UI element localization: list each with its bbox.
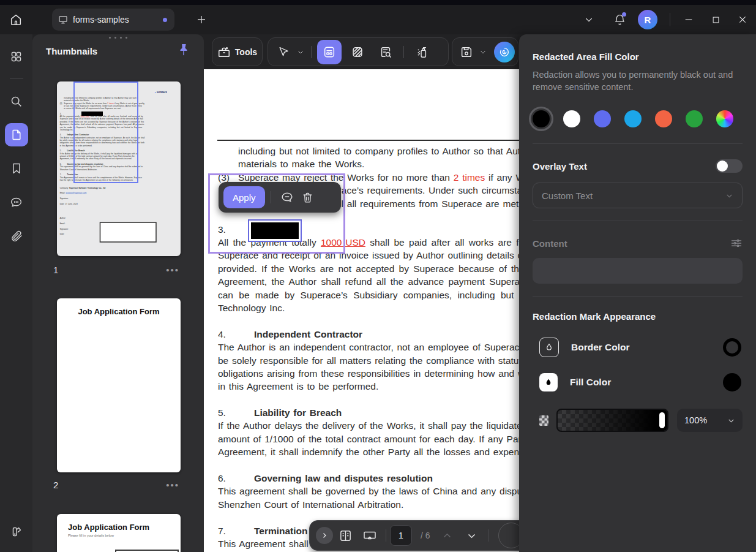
mark-redaction-area-button[interactable] [317, 40, 342, 64]
thumbnail-menu-icon[interactable]: ••• [166, 265, 179, 275]
save-dropdown[interactable] [477, 40, 489, 64]
select-tool-dropdown[interactable] [294, 40, 307, 64]
reading-mode-button[interactable] [333, 523, 357, 548]
swatch-orange[interactable] [655, 110, 672, 127]
swatch-black[interactable] [533, 110, 550, 127]
search-document-icon [379, 45, 392, 59]
delete-button[interactable] [298, 187, 318, 208]
search-icon [10, 95, 23, 108]
tools-button[interactable]: Tools [212, 37, 263, 66]
redact-pages-button[interactable] [345, 40, 370, 64]
panel-drag-handle[interactable] [109, 37, 127, 39]
expand-nav-button[interactable] [316, 527, 333, 544]
panel-divider [533, 143, 743, 144]
toolbar-tool-group [268, 37, 449, 66]
document-tab[interactable]: forms-samples [52, 9, 174, 31]
new-tab-button[interactable] [192, 10, 211, 29]
panel-divider [533, 296, 743, 297]
sidebar-item-comments[interactable] [5, 191, 28, 214]
mini-logo: ✕ SUPERACE [155, 91, 167, 94]
window-top-strip [0, 0, 756, 5]
sidebar-item-thumbnails[interactable] [5, 123, 28, 146]
comment-button[interactable] [277, 187, 298, 208]
opacity-select[interactable]: 100% [677, 409, 743, 432]
toggle-knob [717, 161, 728, 172]
fill-color-swatch[interactable] [723, 373, 741, 391]
thumbnails-panel: Thumbnails ✕ SUPERACE including but not … [32, 34, 204, 552]
swatch-white[interactable] [563, 110, 580, 127]
fill-color-label: Fill Color [570, 377, 723, 388]
sanitize-button[interactable] [410, 40, 434, 64]
plus-icon [196, 14, 207, 25]
sidebar-item-attachments[interactable] [5, 224, 28, 248]
toolbox-icon [217, 45, 231, 59]
next-page-button[interactable] [460, 523, 484, 548]
tab-label: forms-samples [73, 15, 163, 25]
page-number-input[interactable]: 1 [390, 525, 412, 546]
sidebar-item-apps[interactable] [5, 45, 28, 68]
bookmark-icon [10, 162, 23, 175]
content-input[interactable] [533, 258, 743, 284]
document-line: Date: 17 June, 2023 [60, 203, 78, 205]
opacity-gradient [558, 410, 667, 431]
select-tool-button[interactable] [273, 40, 294, 64]
search-and-redact-button[interactable] [373, 40, 398, 64]
sidebar-item-swatches[interactable] [5, 520, 28, 543]
minimize-button[interactable] [675, 5, 702, 34]
sidebar-item-search[interactable] [5, 89, 28, 113]
popover-divider [271, 191, 271, 203]
monitor-icon [58, 15, 68, 25]
swatch-rainbow[interactable] [716, 110, 733, 127]
border-color-swatch[interactable] [723, 338, 741, 357]
presentation-mode-button[interactable] [357, 523, 382, 548]
opacity-slider[interactable] [556, 409, 668, 432]
document-line: Email: [60, 222, 65, 225]
striped-box-icon [351, 45, 364, 59]
document-line: Company: Superace Software Technology Co… [60, 187, 106, 189]
overlay-text-toggle[interactable] [716, 159, 743, 173]
chevron-up-icon [442, 531, 452, 541]
document-line: Signature: [60, 228, 69, 230]
mini-page2-title: Job Application Form [57, 307, 181, 316]
avatar[interactable]: R [638, 10, 657, 29]
panel-title: Redacted Area Fill Color [533, 51, 743, 62]
maximize-button[interactable] [702, 5, 729, 34]
previous-page-button[interactable] [435, 523, 460, 548]
thumbnail-menu-icon[interactable]: ••• [166, 480, 179, 490]
minimize-icon [684, 15, 694, 25]
close-button[interactable] [729, 5, 756, 34]
appearance-title: Redaction Mark Appearance [533, 311, 743, 322]
panel-divider [533, 221, 743, 221]
document-line: Technology Inc. [60, 129, 73, 131]
mini-page3-subtitle: Please fill in your details below [68, 534, 181, 537]
mini-redaction-mark [81, 112, 103, 116]
swatch-green[interactable] [686, 110, 703, 127]
thumbnail-page-1[interactable]: ✕ SUPERACE including but not limited to … [57, 81, 181, 256]
notifications-button[interactable] [610, 10, 629, 29]
save-icon [460, 45, 473, 59]
left-sidebar [0, 34, 32, 552]
ai-swirl-icon [498, 45, 511, 59]
book-open-icon [339, 529, 353, 543]
apply-button[interactable]: Apply [223, 186, 265, 208]
home-button[interactable] [6, 10, 26, 29]
notification-dot [622, 12, 626, 17]
thumbnail-page-3[interactable]: Job Application Form Please fill in your… [57, 514, 181, 552]
opacity-knob[interactable] [659, 412, 665, 428]
custom-text-select[interactable]: Custom Text [533, 183, 743, 208]
document-line: Date: [60, 233, 64, 235]
swatch-blue[interactable] [624, 110, 642, 127]
collapse-toolbar-button[interactable] [579, 10, 599, 29]
save-button[interactable] [456, 40, 477, 64]
pin-icon[interactable] [177, 43, 190, 58]
note-icon [280, 191, 294, 204]
close-icon [738, 15, 747, 25]
fill-color-row: Fill Color [533, 373, 743, 391]
app-window: forms-samples R [0, 0, 756, 552]
opacity-value: 100% [684, 415, 707, 425]
sidebar-item-bookmarks[interactable] [5, 157, 28, 180]
mini-page3-title: Job Application Form [68, 523, 181, 532]
swatch-violet[interactable] [594, 110, 611, 127]
thumbnail-page-2[interactable]: Job Application Form [57, 298, 181, 472]
ai-assistant-button[interactable] [494, 42, 515, 62]
